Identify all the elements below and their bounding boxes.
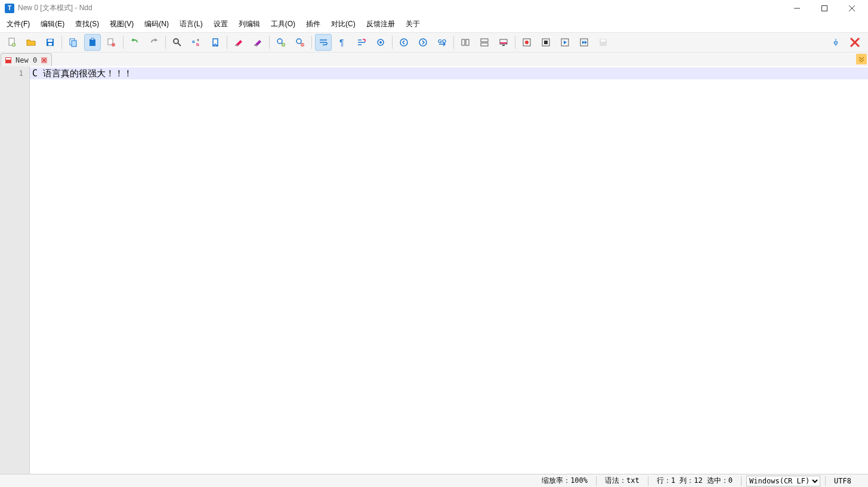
svg-rect-46 (481, 43, 488, 46)
svg-text:¶: ¶ (339, 38, 344, 47)
menu-feedback[interactable]: 反馈注册 (361, 17, 400, 32)
stop-button[interactable] (538, 34, 554, 51)
menu-view[interactable]: 视图(V) (104, 17, 139, 32)
menu-about[interactable]: 关于 (400, 17, 425, 32)
svg-point-17 (174, 39, 178, 44)
window-title: New 0 [文本模式] - Ndd (18, 3, 92, 13)
status-position: 行：1 列：12 选中：0 (653, 476, 736, 486)
clear-all-button[interactable] (249, 34, 266, 51)
svg-rect-43 (462, 39, 465, 45)
copy-button[interactable] (65, 34, 82, 51)
prev-button[interactable] (396, 34, 412, 51)
menu-bar: 文件(F) 编辑(E) 查找(S) 视图(V) 编码(N) 语言(L) 设置 列… (0, 16, 868, 32)
status-encoding[interactable]: UTF8 (830, 477, 855, 485)
svg-rect-22 (235, 45, 238, 46)
cut-button[interactable] (103, 34, 120, 51)
svg-rect-14 (91, 38, 94, 40)
svg-point-40 (400, 39, 407, 46)
menu-compare[interactable]: 对比(C) (326, 17, 361, 32)
menu-language[interactable]: 语言(L) (174, 17, 208, 32)
svg-rect-61 (6, 58, 11, 60)
save-macro-button[interactable] (595, 34, 611, 51)
svg-point-16 (112, 43, 115, 47)
monitor-button[interactable] (495, 34, 512, 51)
play-button[interactable] (557, 34, 573, 51)
line-number: 1 (0, 67, 29, 79)
goto-button[interactable]: GO (434, 34, 450, 51)
editor[interactable]: 1 C 语言真的很强大！！！ (0, 66, 868, 474)
tab-bar: New 0 (0, 53, 868, 66)
svg-point-41 (419, 39, 427, 46)
editor-content[interactable]: C 语言真的很强大！！！ (30, 66, 868, 474)
minimize-button[interactable] (783, 0, 811, 16)
bookmark-button[interactable] (207, 34, 224, 51)
menu-file[interactable]: 文件(F) (1, 17, 35, 32)
svg-rect-1 (822, 5, 827, 11)
menu-edit[interactable]: 编辑(E) (35, 17, 70, 32)
save-button[interactable] (42, 34, 58, 51)
show-symbols-button[interactable]: ¶ (334, 34, 351, 51)
menu-column-edit[interactable]: 列编辑 (233, 17, 265, 32)
menu-plugins[interactable]: 插件 (301, 17, 326, 32)
next-button[interactable] (415, 34, 431, 51)
word-wrap-button[interactable] (315, 34, 332, 51)
redo-button[interactable] (146, 34, 162, 51)
tab-close-icon[interactable] (41, 57, 48, 64)
indent-button[interactable] (353, 34, 370, 51)
undo-button[interactable] (126, 34, 143, 51)
status-syntax: 语法：txt (601, 476, 643, 486)
settings-button[interactable] (372, 34, 389, 51)
clear-mark-button[interactable] (230, 34, 247, 51)
play-fast-button[interactable] (576, 34, 592, 51)
close-button[interactable] (838, 0, 866, 16)
status-bar: 缩放率：100% 语法：txt 行：1 列：12 选中：0 Windows(CR… (0, 474, 868, 487)
status-zoom: 缩放率：100% (538, 476, 591, 486)
zoom-out-button[interactable] (292, 34, 308, 51)
app-icon: T (5, 4, 14, 13)
close-tab-button[interactable] (847, 34, 863, 51)
svg-rect-9 (48, 39, 52, 42)
svg-text:GO: GO (438, 38, 446, 44)
replace-button[interactable]: ab (188, 34, 205, 51)
svg-point-24 (277, 39, 282, 44)
svg-rect-12 (72, 41, 76, 47)
split-horizontal-button[interactable] (457, 34, 474, 51)
split-vertical-button[interactable] (476, 34, 493, 51)
menu-find[interactable]: 查找(S) (70, 17, 104, 32)
new-file-button[interactable] (4, 34, 20, 51)
maximize-button[interactable] (811, 0, 838, 16)
find-button[interactable] (169, 34, 186, 51)
title-bar: T New 0 [文本模式] - Ndd (0, 0, 868, 16)
editor-line[interactable]: C 语言真的很强大！！！ (30, 67, 868, 79)
svg-rect-23 (254, 45, 257, 46)
menu-settings[interactable]: 设置 (208, 17, 233, 32)
tab-new0[interactable]: New 0 (1, 53, 52, 66)
svg-point-51 (525, 41, 529, 44)
open-file-button[interactable] (23, 34, 39, 51)
paste-button[interactable] (84, 34, 101, 51)
svg-text:b: b (196, 42, 199, 47)
svg-text:a: a (192, 39, 195, 44)
svg-rect-45 (481, 39, 488, 42)
gutter: 1 (0, 66, 30, 474)
menu-tools[interactable]: 工具(O) (265, 17, 301, 32)
svg-rect-57 (601, 39, 606, 42)
svg-rect-13 (89, 39, 95, 46)
menu-encoding[interactable]: 编码(N) (139, 17, 174, 32)
toolbar: ab ¶ GO (0, 32, 868, 53)
svg-rect-10 (48, 43, 52, 45)
status-eol-select[interactable]: Windows(CR LF) Unix(LF) Mac(CR) (746, 476, 820, 486)
zoom-in-button[interactable] (273, 34, 289, 51)
pin-button[interactable] (827, 34, 844, 51)
svg-point-39 (379, 41, 382, 44)
tab-label: New 0 (16, 56, 37, 64)
svg-rect-44 (466, 39, 469, 45)
record-button[interactable] (518, 34, 535, 51)
svg-rect-53 (544, 41, 548, 44)
tab-overflow-button[interactable] (856, 54, 867, 64)
svg-point-29 (296, 39, 301, 44)
svg-line-18 (178, 43, 181, 46)
tab-modified-icon (5, 57, 12, 64)
